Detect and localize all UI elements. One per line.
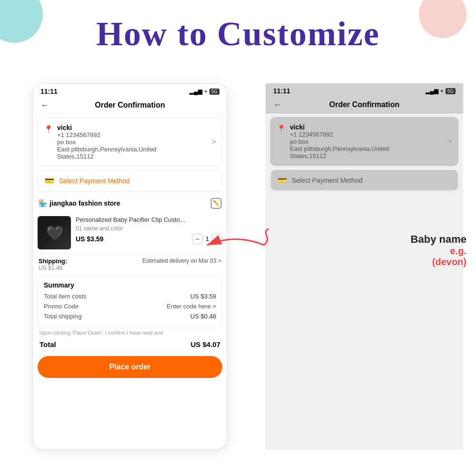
status-bar-right: 11:11 ▂▄▆ ⌖ 5G: [266, 83, 463, 97]
status-icons-right: ▂▄▆ ⌖ 5G: [426, 88, 456, 94]
address-card-left[interactable]: 📍 vicki +1 1234567892 po box East pittsb…: [38, 118, 222, 166]
summary-row-2: Total shipping US $0.48: [44, 313, 216, 320]
address-arrow-left: >: [212, 138, 216, 146]
signal-icon-right: ▂▄▆: [426, 88, 438, 94]
qty-value-left: 1: [206, 235, 209, 242]
payment-row-left[interactable]: 💳 Select Payment Method: [38, 170, 222, 191]
address-name-left: vicki: [57, 124, 212, 131]
store-icon-left: 🏪: [39, 199, 47, 207]
summary-row-1[interactable]: Promo Code Enter code here >: [44, 303, 216, 310]
qty-increase-left[interactable]: +: [212, 234, 222, 244]
battery-icon-right: 5G: [446, 88, 456, 94]
left-phone: 11:11 ▂▄▆ ⌖ 5G ← Order Confirmation 📍 vi…: [32, 83, 228, 450]
payment-text-left: Select Payment Method: [59, 177, 130, 185]
summary-value-2: US $0.48: [190, 313, 216, 320]
product-price-left: US $3.59: [76, 235, 103, 243]
product-row-left: 🖤 Personalized Baby Pacifier Clip Custo.…: [38, 213, 222, 252]
location-icon-left: 📍: [44, 125, 53, 134]
status-time-left: 11:11: [40, 88, 58, 95]
wifi-icon-right: ⌖: [440, 88, 444, 94]
right-phone: 11:11 ▂▄▆ ⌖ 5G ← Order Confirmation 📍 vi…: [266, 83, 463, 450]
product-name-left: Personalized Baby Pacifier Clip Custo...: [76, 216, 222, 224]
product-info-left: Personalized Baby Pacifier Clip Custo...…: [76, 216, 222, 244]
place-order-button[interactable]: Place order: [38, 356, 222, 378]
shipping-delivery-left: Estimated delivery on Mar 03 >: [142, 258, 221, 264]
status-bar-left: 11:11 ▂▄▆ ⌖ 5G: [33, 84, 227, 97]
summary-label-2: Total shipping: [44, 313, 82, 320]
nav-bar-left: ← Order Confirmation: [33, 97, 227, 114]
qty-control-left: − 1 +: [192, 234, 222, 244]
product-variant-left: 01 name and color: [76, 225, 222, 232]
nav-title-right: Order Confirmation: [329, 100, 400, 109]
page-title: How to Customize: [96, 14, 380, 54]
summary-row-0: Total item costs US $3.59: [44, 293, 216, 300]
total-value-left: US $4.07: [190, 340, 220, 348]
nav-bar-right: ← Order Confirmation: [266, 97, 463, 113]
store-name-left: jiangkao fashion store: [50, 199, 120, 207]
address-details-left: vicki +1 1234567892 po box East pittsbur…: [57, 124, 212, 160]
status-icons-left: ▂▄▆ ⌖ 5G: [189, 88, 219, 95]
qty-decrease-left[interactable]: −: [192, 234, 203, 244]
store-row-left: 🏪 jiangkao fashion store ✏️: [38, 194, 222, 212]
back-button-left[interactable]: ←: [40, 100, 49, 110]
payment-text-right: Select Payment Method: [292, 177, 363, 184]
summary-label-1: Promo Code: [44, 303, 79, 310]
promo-link[interactable]: Enter code here >: [167, 303, 216, 310]
edit-icon-left[interactable]: ✏️: [211, 198, 221, 208]
address-card-right: 📍 vicki +1 1234567892 po box East pittsb…: [270, 117, 458, 166]
address-line2-right: East pittsburgh,Pennsylvania,United: [290, 145, 448, 152]
bg-circle-teal: [0, 0, 43, 43]
address-line2-left: East pittsburgh,Pennsylvania,United: [57, 146, 212, 153]
wifi-icon: ⌖: [204, 88, 208, 95]
address-line3-left: States,15112: [57, 153, 212, 160]
address-line1-right: po box: [290, 138, 448, 145]
address-phone-right: +1 1234567892: [290, 131, 448, 138]
nav-title-left: Order Confirmation: [95, 101, 165, 109]
payment-icon-right: 💳: [278, 176, 287, 185]
summary-label-0: Total item costs: [44, 293, 87, 300]
shipping-label-left: Shipping:: [39, 258, 67, 265]
payment-icon-left: 💳: [45, 176, 54, 185]
back-button-right[interactable]: ←: [273, 100, 282, 110]
payment-row-right: 💳 Select Payment Method: [270, 169, 458, 191]
address-phone-left: +1 1234567892: [57, 131, 212, 139]
location-icon-right: 📍: [277, 124, 286, 133]
status-time-right: 11:11: [273, 87, 290, 95]
address-details-right: vicki +1 1234567892 po box East pittsbur…: [290, 123, 448, 159]
address-line1-left: po box: [57, 139, 212, 146]
battery-icon: 5G: [209, 89, 219, 95]
address-name-right: vicki: [290, 123, 448, 131]
address-arrow-right: >: [448, 137, 452, 146]
signal-icon: ▂▄▆: [189, 88, 202, 95]
address-line3-right: States,15112: [290, 152, 448, 159]
disclaimer-left: Upon clicking 'Place Order', I confirm I…: [40, 330, 220, 336]
product-thumbnail-left: 🖤: [38, 216, 71, 249]
summary-section-left: Summary Total item costs US $3.59 Promo …: [38, 276, 222, 328]
total-row-left: Total US $4.07: [40, 337, 220, 351]
total-label-left: Total: [40, 340, 56, 348]
shipping-cost-left: US $1.48: [39, 265, 67, 271]
bg-circle-pink: [419, 0, 466, 38]
summary-title-left: Summary: [44, 281, 216, 289]
shipping-row-left: Shipping: US $1.48 Estimated delivery on…: [38, 254, 222, 274]
summary-value-0: US $3.59: [190, 293, 216, 300]
